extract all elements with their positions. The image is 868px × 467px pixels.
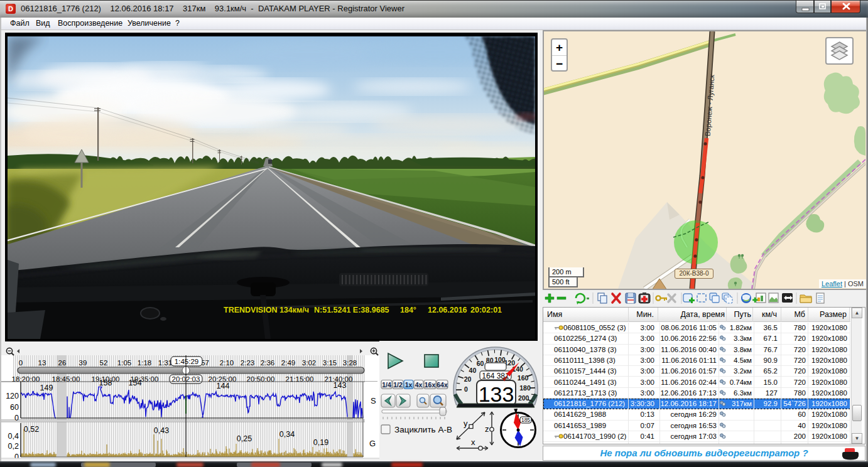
svg-text:2:49: 2:49: [281, 359, 295, 367]
svg-text:N:51.5241 E:38.9685: N:51.5241 E:38.9685: [314, 306, 389, 314]
svg-text:144: 144: [217, 382, 230, 390]
svg-text:0: 0: [19, 359, 23, 367]
svg-text:1:18: 1:18: [138, 359, 151, 367]
svg-text:2:23: 2:23: [241, 359, 254, 367]
svg-text:200: 200: [518, 394, 529, 402]
svg-text:0: 0: [14, 414, 19, 422]
svg-text:1:45:29: 1:45:29: [175, 358, 198, 365]
svg-text:1:31: 1:31: [158, 359, 172, 367]
svg-text:13: 13: [38, 359, 46, 367]
svg-text:2:10: 2:10: [220, 359, 234, 367]
svg-text:20:02:01: 20:02:01: [470, 306, 502, 314]
svg-text:0,43: 0,43: [154, 426, 169, 435]
svg-text:180: 180: [519, 384, 531, 392]
svg-text:4x: 4x: [415, 381, 423, 389]
svg-text:154: 154: [129, 378, 142, 387]
svg-text:52: 52: [100, 359, 108, 367]
svg-text:0,2: 0,2: [8, 442, 19, 451]
svg-text:1x: 1x: [405, 381, 413, 389]
svg-text:2:36: 2:36: [261, 359, 274, 367]
svg-text:0,19: 0,19: [313, 438, 328, 447]
svg-text:120: 120: [6, 392, 19, 400]
svg-text:133: 133: [479, 382, 514, 406]
svg-text:12.06.2016: 12.06.2016: [428, 306, 467, 314]
svg-text:16x: 16x: [425, 381, 436, 389]
svg-text:y: y: [464, 419, 468, 428]
svg-text:20: 20: [464, 375, 472, 383]
svg-text:26: 26: [58, 359, 67, 367]
svg-text:185: 185: [521, 417, 530, 423]
svg-text:160: 160: [518, 374, 529, 382]
svg-text:0,34: 0,34: [279, 430, 295, 439]
svg-text:39: 39: [79, 359, 87, 367]
svg-text:184°: 184°: [400, 306, 416, 314]
svg-text:143: 143: [334, 381, 347, 390]
svg-text:Зациклить A-B: Зациклить A-B: [394, 425, 452, 434]
svg-text:158: 158: [99, 378, 112, 387]
svg-text:60: 60: [10, 403, 19, 412]
svg-text:z: z: [485, 424, 489, 434]
svg-text:40: 40: [469, 367, 477, 374]
svg-text:0,52: 0,52: [24, 425, 39, 434]
svg-text:1/2: 1/2: [393, 381, 403, 389]
svg-text:1/4: 1/4: [382, 381, 391, 389]
svg-text:1:05: 1:05: [117, 359, 131, 367]
svg-text:60: 60: [477, 360, 484, 367]
svg-text:3:15: 3:15: [323, 359, 337, 367]
svg-text:3:02: 3:02: [302, 359, 316, 367]
svg-text:149: 149: [40, 384, 53, 392]
svg-text:0: 0: [464, 385, 468, 393]
svg-text:0,25: 0,25: [237, 434, 252, 443]
svg-text:TRENDVISION 134км/ч: TRENDVISION 134км/ч: [224, 306, 309, 314]
svg-text:S: S: [371, 396, 376, 405]
svg-text:x: x: [471, 437, 475, 447]
svg-text:0,4: 0,4: [8, 432, 19, 441]
svg-text:3:28: 3:28: [343, 359, 357, 367]
svg-text:64x: 64x: [437, 381, 448, 389]
svg-text:G: G: [369, 439, 376, 448]
